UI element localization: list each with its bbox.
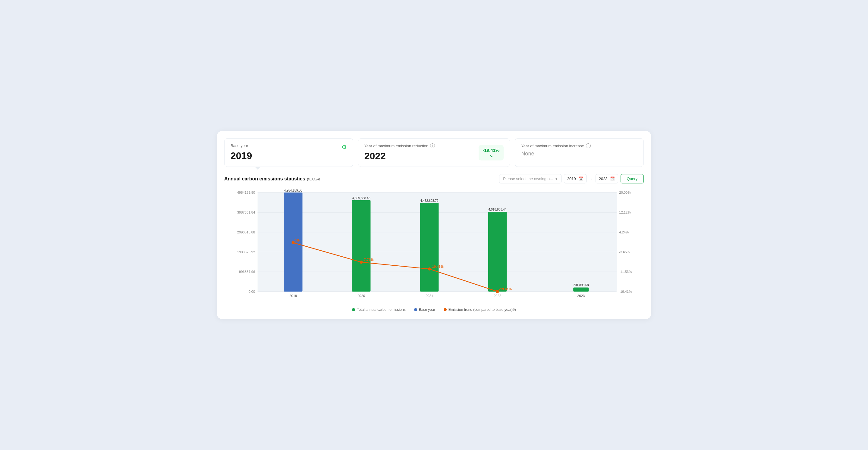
date-separator: → [589,176,593,181]
svg-text:2019: 2019 [289,294,297,298]
svg-text:2022: 2022 [494,294,501,298]
svg-text:20.00%: 20.00% [619,191,630,194]
svg-point-36 [428,267,431,270]
svg-point-35 [360,261,363,263]
svg-text:201,898.68: 201,898.68 [573,283,589,287]
chart-container: 4984189.80 3987351.84 2990513.88 1993675… [224,189,644,304]
chart-title: Annual carbon emissions statistics (tCO₂… [224,176,321,182]
svg-text:-19.41%: -19.41% [619,290,632,293]
chart-controls: Please select the owning o... ▾ 2019 📅 →… [499,174,644,184]
stats-row: Base year 2019 ⚙ Year of maximum emissio… [224,138,644,167]
svg-text:-10.46%: -10.46% [431,265,444,268]
chart-svg: 4984189.80 3987351.84 2990513.88 1993675… [224,189,644,304]
svg-text:0.00: 0.00 [248,290,255,293]
svg-text:4,599,888.43: 4,599,888.43 [352,196,370,200]
max-increase-label: Year of maximum emission increase i [521,143,638,148]
legend-dot-total [352,308,355,311]
svg-text:4,462,608.72: 4,462,608.72 [421,199,438,202]
svg-text:4,016,936.44: 4,016,936.44 [489,208,507,211]
max-increase-card: Year of maximum emission increase i None [515,138,644,167]
chart-header: Annual carbon emissions statistics (tCO₂… [224,174,644,184]
arrow-down-icon: ↘ [489,153,493,158]
svg-text:2990513.88: 2990513.88 [237,230,255,234]
org-select[interactable]: Please select the owning o... ▾ [499,174,561,184]
reduction-badge: -19.41% ↘ [478,145,504,160]
calendar-icon-2: 📅 [610,176,615,181]
max-reduction-card: Year of maximum emission reduction i 202… [358,138,510,167]
svg-text:-7.71%: -7.71% [363,258,374,261]
svg-text:12.12%: 12.12% [619,211,630,214]
svg-text:2023: 2023 [577,294,585,298]
date-to-input[interactable]: 2023 📅 [595,174,618,184]
svg-text:4,984,189.80: 4,984,189.80 [284,189,302,192]
base-year-value: 2019 [230,150,347,161]
svg-text:4984189.80: 4984189.80 [237,191,255,194]
svg-rect-28 [488,212,507,292]
svg-rect-22 [352,200,371,292]
info-icon-increase[interactable]: i [586,143,591,148]
legend-base: Base year [414,308,435,312]
svg-text:1993675.92: 1993675.92 [237,250,255,254]
svg-text:2021: 2021 [426,294,433,298]
svg-text:4.24%: 4.24% [619,230,629,234]
info-icon-reduction[interactable]: i [430,143,435,148]
svg-rect-31 [573,288,589,292]
svg-text:-11.53%: -11.53% [619,270,632,274]
max-increase-value: None [521,151,638,157]
date-from-input[interactable]: 2019 📅 [564,174,587,184]
legend-trend: Emission trend (compared to base year)% [444,308,516,312]
base-year-card: Base year 2019 ⚙ [224,138,353,167]
svg-text:0%: 0% [295,238,300,242]
chart-unit: (tCO₂-e) [307,177,321,181]
legend-total: Total annual carbon emissions [352,308,405,312]
svg-text:996837.96: 996837.96 [239,270,255,274]
svg-text:3987351.84: 3987351.84 [237,211,255,214]
svg-text:2020: 2020 [358,294,365,298]
main-card: Base year 2019 ⚙ Year of maximum emissio… [217,131,651,319]
svg-point-37 [496,290,499,293]
calendar-icon: 📅 [578,176,583,181]
base-year-label: Base year [230,143,347,148]
svg-point-34 [292,241,295,244]
svg-rect-25 [420,203,439,292]
svg-text:-3.65%: -3.65% [619,250,630,254]
chart-legend: Total annual carbon emissions Base year … [224,308,644,312]
settings-icon: ⚙ [341,143,347,151]
legend-dot-trend [444,308,447,311]
svg-text:-19.41%: -19.41% [499,287,512,291]
query-button[interactable]: Query [621,174,644,184]
legend-dot-base [414,308,417,311]
chart-section: Annual carbon emissions statistics (tCO₂… [224,174,644,312]
chevron-down-icon: ▾ [555,176,558,181]
